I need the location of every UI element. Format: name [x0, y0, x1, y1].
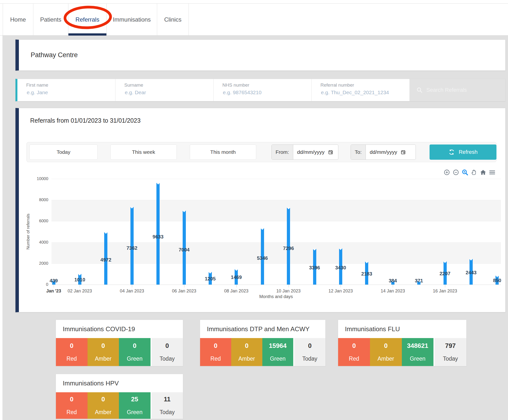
rag-cells: 0 Red 0 Amber 15964 Green 0 Today	[200, 338, 325, 366]
x-tick	[445, 285, 445, 288]
amber-cell: 0 Amber	[370, 338, 402, 366]
magnifier-icon	[417, 87, 422, 93]
tab-home[interactable]: Home	[3, 4, 33, 35]
referral-number-field: Referral number	[312, 79, 410, 101]
tab-immunisations[interactable]: Immunisations	[107, 4, 157, 35]
amber-cell: 0 Amber	[88, 338, 119, 366]
y-axis-band	[51, 242, 501, 263]
first-name-input[interactable]	[26, 89, 107, 96]
bar-value-label: 3430	[335, 265, 346, 270]
today-label: Today	[160, 409, 175, 416]
page-title: Pathway Centre	[19, 51, 78, 59]
card-title: Immunisations DTP and Men ACWY	[200, 320, 325, 338]
amber-count: 0	[384, 342, 387, 350]
amber-label: Amber	[95, 409, 112, 416]
x-tick	[80, 285, 80, 288]
immunisations-flu-card: Immunisations FLU 0 Red 0 Amber 348621 G…	[338, 320, 467, 366]
tab-clinics[interactable]: Clinics	[157, 4, 189, 35]
referrals-bar-chart: 0200040006000800010000439101049727362963…	[19, 108, 505, 312]
immunisations-hpv-card: Immunisations HPV 0 Red 0 Amber 25 Green…	[56, 374, 183, 419]
bar-value-label: 1469	[231, 275, 242, 280]
green-count: 0	[133, 342, 136, 350]
bar-value-label: 5346	[257, 255, 268, 261]
green-label: Green	[270, 355, 286, 362]
red-cell: 0 Red	[338, 338, 370, 366]
x-tick-label: 16 Jan 2023	[433, 289, 457, 294]
green-label: Green	[410, 355, 425, 362]
x-axis-title: Months and days	[259, 294, 293, 299]
bar-value-label: 9633	[152, 234, 164, 239]
red-count: 0	[352, 342, 356, 350]
card-title: Immunisations COVID-19	[56, 320, 183, 338]
today-cell: 11 Today	[151, 392, 183, 419]
y-tick-label: 4000	[19, 240, 48, 245]
rag-cells: 0 Red 0 Amber 348621 Green 797 Today	[338, 338, 466, 366]
bar-value-label: 384	[389, 278, 397, 284]
gridline	[51, 179, 501, 179]
amber-label: Amber	[238, 355, 255, 362]
card-title: Immunisations FLU	[338, 320, 466, 338]
referrals-chart-panel: Referrals from 01/01/2023 to 31/01/2023 …	[15, 108, 506, 312]
bar-value-label: 2207	[440, 271, 451, 276]
nhs-number-input[interactable]	[222, 89, 304, 96]
gridline	[51, 285, 501, 285]
bar-value-label: 850	[493, 277, 501, 283]
bar-value-label: 1205	[205, 276, 216, 281]
red-label: Red	[349, 355, 359, 362]
green-label: Green	[127, 355, 142, 362]
search-referrals-input[interactable]	[426, 87, 493, 93]
today-count: 0	[308, 342, 311, 350]
card-title: Immunisations HPV	[56, 374, 183, 392]
search-referrals-button[interactable]	[410, 79, 505, 101]
x-tick-label: 14 Jan 2023	[381, 289, 405, 294]
today-count: 11	[164, 395, 171, 403]
x-tick-label: 08 Jan 2023	[224, 289, 248, 294]
surname-label: Surname	[124, 82, 213, 88]
bar-value-label: 439	[50, 278, 58, 284]
bar-value-label: 3396	[309, 265, 320, 271]
green-cell: 25 Green	[119, 392, 151, 419]
gridline	[51, 263, 501, 264]
red-cell: 0 Red	[56, 392, 88, 419]
first-name-label: First name	[26, 82, 115, 88]
today-count: 797	[445, 342, 456, 350]
green-cell: 0 Green	[119, 338, 151, 366]
bar-value-label: 371	[415, 278, 423, 284]
x-tick	[132, 285, 132, 288]
amber-label: Amber	[95, 355, 112, 362]
referral-number-input[interactable]	[320, 89, 402, 96]
immunisations-covid19-card: Immunisations COVID-19 0 Red 0 Amber 0 G…	[56, 320, 183, 366]
green-count: 25	[131, 395, 138, 403]
bar-value-label: 7362	[127, 245, 138, 251]
x-tick-label: Jan '23	[46, 289, 61, 294]
x-tick	[289, 285, 289, 288]
y-tick-label: 10000	[19, 176, 48, 181]
x-tick	[184, 285, 184, 288]
y-tick-label: 0	[19, 282, 48, 287]
green-count: 348621	[407, 342, 428, 350]
surname-input[interactable]	[124, 89, 205, 96]
red-count: 0	[70, 395, 73, 403]
today-cell: 0 Today	[151, 338, 183, 366]
referral-search-bar: First name Surname NHS number Referral n…	[15, 79, 506, 101]
main-tab-bar: Home Patients Referrals Immunisations Cl…	[0, 3, 508, 36]
amber-count: 0	[245, 342, 248, 350]
amber-cell: 0 Amber	[231, 338, 262, 366]
red-cell: 0 Red	[56, 338, 88, 366]
green-count: 15964	[269, 342, 287, 350]
y-tick-label: 8000	[19, 197, 48, 202]
amber-cell: 0 Amber	[88, 392, 119, 419]
surname-field: Surname	[115, 79, 214, 101]
referral-number-label: Referral number	[320, 82, 409, 88]
x-tick-label: 04 Jan 2023	[120, 289, 144, 294]
today-cell: 797 Today	[433, 338, 466, 366]
tab-referrals[interactable]: Referrals	[68, 4, 107, 35]
red-label: Red	[66, 409, 77, 416]
gridline	[51, 242, 501, 243]
today-count: 0	[165, 342, 169, 350]
bar-value-label: 7004	[179, 247, 190, 253]
x-tick	[236, 285, 237, 288]
tab-patients[interactable]: Patients	[33, 4, 68, 35]
green-cell: 348621 Green	[402, 338, 434, 366]
x-tick-label: 12 Jan 2023	[329, 289, 353, 294]
